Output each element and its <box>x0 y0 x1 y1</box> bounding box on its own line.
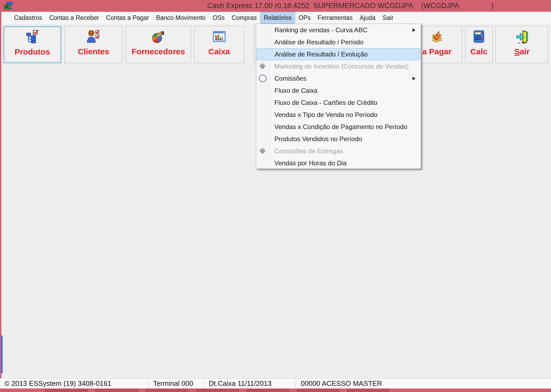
menu-item[interactable]: Comissões <box>256 72 421 84</box>
taskbar-strip <box>0 389 551 392</box>
statusbar-text: Terminal 000 <box>153 379 193 388</box>
toolbar-button-label: Sair <box>514 46 530 57</box>
menu-item-label: Fluxo de Caixa <box>274 84 317 97</box>
menubar-item[interactable]: Contas a Receber <box>46 12 103 24</box>
arrow-circle-icon <box>259 74 267 82</box>
menu-item[interactable]: Vendas x Tipo de Venda no Período <box>256 109 421 121</box>
cash-chart-icon <box>212 29 226 44</box>
toolbar-button-label: Calc <box>470 46 487 57</box>
menubar-item-label: Ajuda <box>360 14 376 21</box>
menu-item[interactable]: Vendas x Condição de Pagamento no Períod… <box>256 121 421 133</box>
menu-item[interactable]: Ranking de vendas - Curva ABC <box>256 24 421 36</box>
toolbar-button-calc[interactable]: Calc <box>465 26 493 63</box>
menu-item-label: Marketing de Incentivo (Concursos de Ven… <box>274 60 409 72</box>
clients-person-icon <box>87 29 101 44</box>
menubar-item-label: Banco Movimento <box>156 14 206 21</box>
menu-item[interactable]: Análise de Resultado / Período <box>256 36 421 48</box>
taskbar-segment <box>146 389 189 392</box>
menubar-item-label: OPs <box>299 14 311 21</box>
taskbar-segment <box>246 389 289 392</box>
taskbar-segment <box>95 389 138 392</box>
toolbar-button-clientes[interactable]: Clientes <box>65 26 122 63</box>
menu-item-label: Produtos Vendidos no Período <box>274 133 362 145</box>
menu-item-label: Comissões de Entregas <box>274 145 343 157</box>
payables-icon <box>430 29 444 44</box>
menu-item-label: Análise de Resultado / Período <box>274 36 363 48</box>
statusbar-section: Dt.Caixa 11/11/2013 <box>204 379 295 389</box>
menubar-item-label: Compras <box>232 14 257 21</box>
menubar-item[interactable]: Sair <box>379 12 397 24</box>
menubar-item[interactable]: Banco Movimento <box>153 12 209 24</box>
menubar-item[interactable]: Ajuda <box>356 12 379 24</box>
menu-item[interactable]: Comissões de Entregas <box>256 145 421 157</box>
toolbar-button-produtos[interactable]: Produtos <box>3 26 61 63</box>
menubar-item[interactable]: Contas a Pagar <box>103 12 153 24</box>
statusbar-text: © 2013 ESSystem (19) 3408-0161 <box>4 379 111 388</box>
menubar-item-label: Contas a Pagar <box>106 14 149 21</box>
toolbar-button-sair[interactable]: Sair <box>496 26 548 63</box>
menubar-item[interactable]: Relatórios <box>260 12 295 24</box>
relatorios-dropdown-menu: Ranking de vendas - Curva ABC <box>256 24 421 169</box>
menu-item[interactable]: Produtos Vendidos no Período <box>256 133 421 145</box>
menu-item[interactable]: Fluxo de Caixa <box>256 84 421 97</box>
menu-item-label: Fluxo de Caixa - Cartões de Crédito <box>274 97 377 109</box>
menu-item[interactable]: Fluxo de Caixa - Cartões de Crédito <box>256 97 421 109</box>
taskbar-segment <box>196 389 239 392</box>
window-title-suffix: (WCGDJPA ) <box>421 2 494 10</box>
toolbar-button-fornecedores[interactable]: Fornecedores <box>126 26 191 63</box>
menubar-item[interactable]: Ferramentas <box>314 12 356 24</box>
suppliers-pie-icon <box>151 29 165 44</box>
submenu-arrow-icon <box>412 28 415 32</box>
menu-item-label: Vendas x Condição de Pagamento no Períod… <box>274 121 407 133</box>
left-blue-accent-line <box>1 336 3 373</box>
window-left-border <box>0 12 1 389</box>
toolbar-button-caixa[interactable]: Caixa <box>194 26 244 63</box>
menubar-item-label: Relatórios <box>264 14 292 21</box>
menubar-item[interactable]: Compras <box>228 12 260 24</box>
menubar-item[interactable]: OSs <box>209 12 228 24</box>
menubar-item[interactable]: Cadastros <box>10 12 46 24</box>
toolbar-button-label: Fornecedores <box>132 46 185 57</box>
taskbar-segment <box>45 389 88 392</box>
menu-item-label: Vendas por Horas do Dia <box>274 157 347 169</box>
toolbar-button-label: Caixa <box>208 46 230 57</box>
menu-item-label: Vendas x Tipo de Venda no Período <box>274 109 377 121</box>
statusbar-section: Terminal 000 <box>149 379 204 389</box>
statusbar: © 2013 ESSystem (19) 3408-0161 Terminal … <box>0 378 551 389</box>
diamond-icon <box>259 63 266 69</box>
menubar: Cadastros Contas a Receber Contas a Paga… <box>1 12 551 24</box>
menubar-item-label: Cadastros <box>14 14 42 21</box>
menu-item[interactable]: Marketing de Incentivo (Concursos de Ven… <box>256 60 421 72</box>
menu-item[interactable]: Análise de Resultado / Evolução <box>257 48 420 60</box>
toolbar-button-label: Produtos <box>15 47 50 57</box>
diamond-icon <box>259 147 266 154</box>
statusbar-text: Dt.Caixa 11/11/2013 <box>209 379 271 388</box>
menu-item-label: Ranking de vendas - Curva ABC <box>274 24 368 36</box>
submenu-arrow-icon <box>412 77 415 80</box>
taskbar-segment <box>347 389 390 392</box>
toolbar-button-label: a Pagar <box>422 46 451 57</box>
menubar-item-label: Contas a Receber <box>49 14 99 21</box>
toolbar-button-label: Clientes <box>78 46 109 57</box>
statusbar-section: © 2013 ESSystem (19) 3408-0161 <box>0 379 149 389</box>
menubar-item-label: Sair <box>383 14 394 21</box>
menu-item-label: Comissões <box>274 72 306 84</box>
calculator-icon <box>472 29 486 44</box>
taskbar-segment <box>296 389 340 392</box>
cash-express-app-icon <box>4 1 13 10</box>
menu-item[interactable]: Vendas por Horas do Dia <box>256 157 421 169</box>
menubar-item-label: Ferramentas <box>317 14 352 21</box>
titlebar: Cash Express 17.00 r0.18.4252 SUPERMERCA… <box>0 0 551 12</box>
menu-item-label: Análise de Resultado / Evolução <box>275 48 368 60</box>
statusbar-section: 00000 ACESSO MASTER <box>295 379 551 389</box>
menubar-item-label: OSs <box>213 14 225 21</box>
menu-items: Ranking de vendas - Curva ABC <box>256 24 421 169</box>
exit-door-icon <box>515 29 529 44</box>
statusbar-text: 00000 ACESSO MASTER <box>301 379 382 388</box>
menubar-item[interactable]: OPs <box>295 12 314 24</box>
window-title: Cash Express 17.00 r0.18.4252 SUPERMERCA… <box>207 2 413 10</box>
products-tree-icon <box>25 29 39 44</box>
